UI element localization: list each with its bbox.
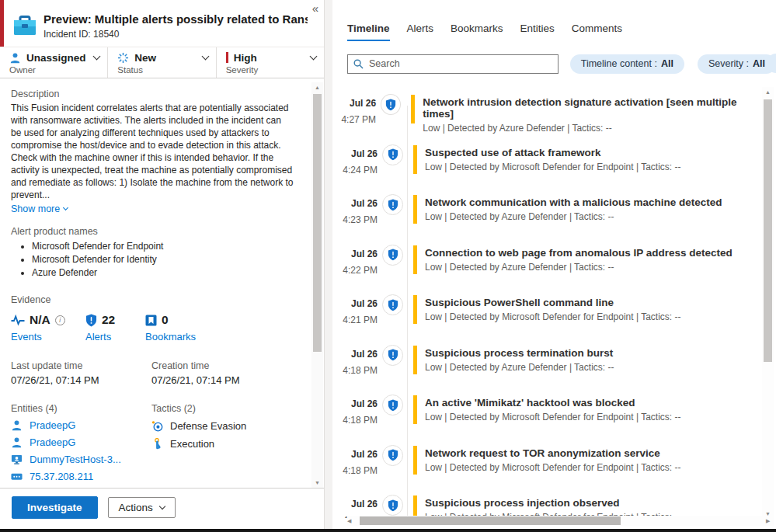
show-more-label: Show more [11, 203, 60, 214]
alert-date: Jul 26 [332, 349, 378, 360]
events-pulse-icon [11, 314, 25, 326]
last-update-value: 07/26/21, 07:14 PM [11, 374, 151, 386]
severity-filter[interactable]: Severity : All [698, 54, 776, 74]
owner-dropdown[interactable]: Unassigned Owner [0, 47, 108, 78]
description-label: Description [11, 89, 292, 99]
alerts-link[interactable]: Alerts [85, 331, 145, 342]
alert-meta: Low | Detected by Microsoft Defender for… [425, 162, 681, 172]
entity-item[interactable]: PradeepG [11, 419, 151, 431]
timeline-alert-row[interactable]: Jul 264:24 PM Suspected use of attack fr… [332, 144, 759, 195]
scrollbar-thumb[interactable] [764, 99, 772, 362]
events-link[interactable]: Events [11, 331, 85, 342]
evidence-alerts: 22 Alerts [85, 312, 145, 342]
severity-bar-low [413, 145, 417, 174]
status-new-icon [117, 52, 129, 64]
timeline-alert-row[interactable]: Jul 264:27 PM Network intrusion detectio… [332, 94, 759, 144]
tab-bar: Timeline Alerts Bookmarks Entities Comme… [347, 23, 622, 41]
entity-name: PradeepG [30, 419, 75, 431]
alert-time: 4:22 PM [332, 265, 378, 276]
incident-timeline-panel: Timeline Alerts Bookmarks Entities Comme… [332, 0, 776, 529]
alert-shield-icon [381, 94, 401, 115]
chevron-down-icon [201, 52, 209, 60]
evidence-label: Evidence [11, 294, 292, 305]
scrollbar-thumb[interactable] [360, 516, 621, 525]
tab-bookmarks[interactable]: Bookmarks [451, 23, 503, 41]
timeline-content-filter[interactable]: Timeline content : All [570, 54, 684, 74]
timeline-alert-row[interactable]: Jul 264:21 PM Suspicious PowerShell comm… [332, 294, 759, 345]
scroll-up-arrow[interactable]: ▲ [762, 89, 774, 95]
alert-title: Suspicious process termination burst [425, 346, 614, 359]
alert-shield-icon [382, 445, 403, 466]
left-panel-scrollbar[interactable]: ▲ ▼ [311, 82, 323, 488]
timeline-alert-row[interactable]: Jul 264:22 PM Connection to web page fro… [332, 245, 759, 295]
evidence-row: N/A i Events 22 Alerts [11, 312, 292, 342]
owner-value: Unassigned [26, 52, 86, 64]
timeline-horizontal-scrollbar[interactable]: ◀ ▶ [347, 516, 774, 526]
bookmarks-value: 0 [162, 313, 169, 327]
alert-product-item: Microsoft Defender for Endpoint [32, 240, 292, 253]
scrollbar-thumb[interactable] [313, 94, 322, 352]
tactic-item: Defense Evasion [151, 419, 292, 432]
timeline-alert-row[interactable]: Jul 264:15 PM Suspicious process injecti… [332, 495, 759, 518]
severity-bar-low [411, 95, 415, 123]
tactic-name: Defense Evasion [170, 420, 246, 432]
search-icon [353, 59, 364, 69]
chevron-down-icon [93, 52, 101, 60]
incident-briefcase-icon [13, 16, 37, 37]
incident-header: Preview: Multiple alerts possibly relate… [0, 0, 324, 47]
filter-label: Timeline content : [581, 58, 657, 69]
filter-value: All [661, 58, 673, 69]
scroll-down-arrow[interactable]: ▼ [311, 480, 323, 485]
alert-date: Jul 26 [332, 298, 378, 309]
alert-meta: Low | Detected by Azure Defender | Tacti… [425, 211, 722, 222]
tab-comments[interactable]: Comments [572, 23, 622, 41]
tab-alerts[interactable]: Alerts [407, 23, 434, 41]
show-more-link[interactable]: Show more [11, 203, 68, 214]
execution-icon [151, 438, 163, 450]
tab-timeline[interactable]: Timeline [347, 23, 390, 41]
entity-item[interactable]: PradeepG [11, 436, 151, 448]
chevron-down-icon [310, 52, 318, 60]
incident-id: Incident ID: 18540 [43, 29, 119, 40]
severity-bar-low [413, 295, 417, 324]
tab-entities[interactable]: Entities [520, 23, 555, 41]
timeline-alert-row[interactable]: Jul 264:18 PM Network request to TOR ano… [332, 445, 759, 495]
info-icon[interactable]: i [55, 315, 65, 325]
timeline-alert-row[interactable]: Jul 264:18 PM Suspicious process termina… [332, 345, 759, 395]
scroll-right-arrow[interactable]: ▶ [766, 518, 774, 524]
alert-product-item: Microsoft Defender for Identity [32, 253, 292, 266]
severity-dropdown[interactable]: High Severity [217, 47, 324, 78]
alert-title: An active 'Mimikatz' hacktool was blocke… [425, 395, 681, 409]
investigate-button[interactable]: Investigate [12, 496, 98, 519]
user-entity-icon [11, 436, 23, 448]
alert-title: Network communication with a malicious m… [425, 195, 722, 208]
filter-row: Timeline content : All Severity : All [347, 54, 776, 74]
alert-products-list: Microsoft Defender for Endpoint Microsof… [11, 240, 292, 280]
evidence-bookmarks: 0 Bookmarks [145, 312, 196, 342]
alert-meta: Low | Detected by Azure Defender | Tacti… [425, 262, 733, 273]
alert-date: Jul 26 [332, 499, 378, 509]
timeline-alert-row[interactable]: Jul 264:23 PM Network communication with… [332, 194, 759, 245]
taskbar-edge-strip [0, 529, 776, 532]
timeline-alert-row[interactable]: Jul 264:18 PM An active 'Mimikatz' hackt… [332, 395, 759, 445]
description-text: This Fusion incident correlates alerts t… [11, 102, 294, 201]
entity-item[interactable]: DummyTestHost-3... [11, 453, 151, 465]
status-dropdown[interactable]: New Status [108, 47, 216, 78]
tactic-item: Execution [151, 437, 292, 450]
alert-title: Connection to web page from anomalous IP… [425, 245, 733, 259]
alert-time: 4:24 PM [332, 165, 378, 176]
status-label: Status [117, 65, 207, 75]
bookmarks-link[interactable]: Bookmarks [145, 331, 196, 342]
severity-bar-low [413, 245, 417, 274]
actions-button[interactable]: Actions [108, 497, 176, 518]
tactics-label: Tactics (2) [151, 403, 292, 414]
search-input[interactable] [347, 54, 559, 74]
entity-item[interactable]: 75.37.208.211 [11, 470, 151, 482]
timeline-vertical-scrollbar[interactable]: ▲ ▼ [762, 87, 774, 519]
scroll-up-arrow[interactable]: ▲ [311, 85, 323, 90]
creation-time-value: 07/26/21, 07:14 PM [151, 374, 292, 386]
incident-properties-row: Unassigned Owner New [0, 47, 324, 78]
alert-date: Jul 26 [332, 449, 378, 460]
scroll-left-arrow[interactable]: ◀ [347, 518, 355, 524]
alert-time: 4:23 PM [332, 214, 378, 225]
